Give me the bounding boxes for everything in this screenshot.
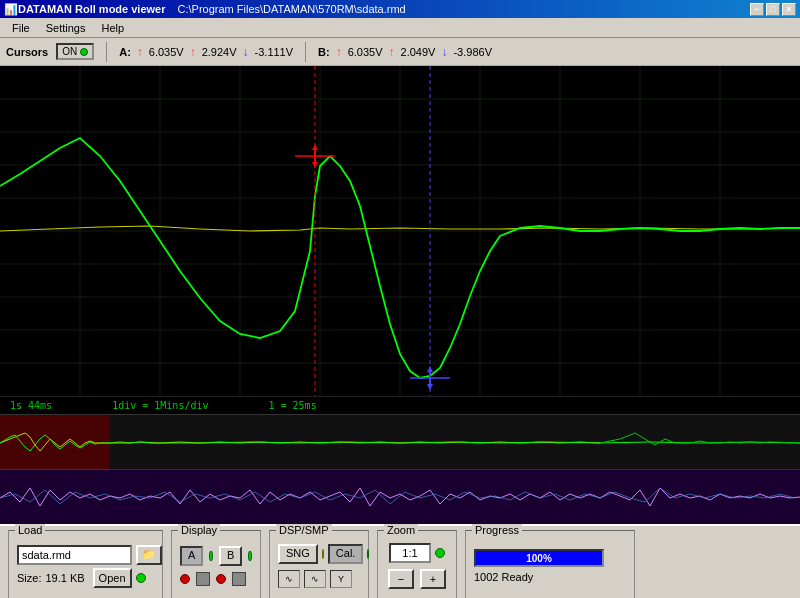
progress-bar-container: 100% bbox=[474, 549, 604, 567]
channel-b-button[interactable]: B bbox=[219, 546, 242, 566]
mini-purple-svg bbox=[0, 470, 800, 524]
scope-grid-svg bbox=[0, 66, 800, 396]
zoom-plus-icon: + bbox=[430, 573, 436, 585]
cursor-a-y2-down-icon: ↓ bbox=[243, 45, 249, 59]
display-group: Display A B bbox=[171, 530, 261, 598]
size-value: 19.1 KB bbox=[45, 572, 84, 584]
maximize-button[interactable]: □ bbox=[766, 3, 780, 16]
zoom-title: Zoom bbox=[384, 524, 418, 536]
cal-label: Cal. bbox=[336, 547, 356, 559]
menu-settings[interactable]: Settings bbox=[38, 20, 94, 36]
mini-purple-overview[interactable] bbox=[0, 469, 800, 524]
scope-info-bar: 1s 44ms 1div = 1Mins/div 1 = 25ms bbox=[0, 396, 800, 414]
cursor-b-section: B: ↑ 6.035V ↑ 2.049V ↓ -3.986V bbox=[318, 45, 492, 59]
cal-button[interactable]: Cal. bbox=[328, 544, 364, 564]
open-button[interactable]: Open bbox=[93, 568, 132, 588]
menu-help[interactable]: Help bbox=[93, 20, 132, 36]
title-bar: 📊 DATAMAN Roll mode viewer C:\Program Fi… bbox=[0, 0, 800, 18]
zoom-buttons-row: − + bbox=[386, 569, 448, 589]
dsp-row-1: SNG Cal. bbox=[278, 544, 360, 564]
dsp-group: DSP/SMP SNG Cal. ∿ ∿ Y bbox=[269, 530, 369, 598]
cursor-a-x-value: 6.035V bbox=[149, 46, 184, 58]
cursor-b-y2-value: -3.986V bbox=[453, 46, 492, 58]
dsp-row-2: ∿ ∿ Y bbox=[278, 570, 360, 588]
window-controls: − □ × bbox=[750, 3, 796, 16]
minimize-button[interactable]: − bbox=[750, 3, 764, 16]
cursor-b-y2-down-icon: ↓ bbox=[441, 45, 447, 59]
cursor-on-led bbox=[80, 48, 88, 56]
menu-file[interactable]: File bbox=[4, 20, 38, 36]
close-button[interactable]: × bbox=[782, 3, 796, 16]
cursor-a-y2-value: -3.111V bbox=[255, 46, 294, 58]
cursor-a-section: A: ↑ 6.035V ↑ 2.924V ↓ -3.111V bbox=[119, 45, 293, 59]
divider-2 bbox=[305, 42, 306, 62]
display-row-1: A B bbox=[180, 546, 252, 566]
filename-input[interactable] bbox=[17, 545, 132, 565]
file-path: C:\Program Files\DATAMAN\570RM\sdata.rmd bbox=[178, 3, 406, 15]
cursor-toolbar: Cursors ON A: ↑ 6.035V ↑ 2.924V ↓ -3.111… bbox=[0, 38, 800, 66]
mini-overview-svg bbox=[0, 415, 800, 469]
progress-percent: 100% bbox=[526, 553, 552, 564]
display-led-3 bbox=[216, 574, 226, 584]
zoom-minus-button[interactable]: − bbox=[388, 569, 414, 589]
dsp-icon-1[interactable]: ∿ bbox=[278, 570, 300, 588]
cursor-a-label: A: bbox=[119, 46, 131, 58]
cursor-on-button[interactable]: ON bbox=[56, 43, 94, 60]
dsp-icon-2[interactable]: ∿ bbox=[304, 570, 326, 588]
cursor-b-y1-up-icon: ↑ bbox=[389, 45, 395, 59]
channel-b-label: B bbox=[227, 549, 234, 561]
status-text: Ready bbox=[502, 571, 534, 583]
cal-led bbox=[367, 549, 369, 559]
cursor-a-y1-value: 2.924V bbox=[202, 46, 237, 58]
cursor-on-label: ON bbox=[62, 46, 77, 57]
cursor-b-y1-value: 2.049V bbox=[401, 46, 436, 58]
load-title: Load bbox=[15, 524, 45, 536]
sng-button[interactable]: SNG bbox=[278, 544, 318, 564]
browse-button[interactable]: 📁 bbox=[136, 545, 162, 565]
cursors-label: Cursors bbox=[6, 46, 48, 58]
load-group: Load 📁 Size: 19.1 KB Open bbox=[8, 530, 163, 598]
load-row-1: 📁 bbox=[17, 545, 154, 565]
display-title: Display bbox=[178, 524, 220, 536]
divider-1 bbox=[106, 42, 107, 62]
zoom-row bbox=[386, 543, 448, 563]
open-led bbox=[136, 573, 146, 583]
channel-a-button[interactable]: A bbox=[180, 546, 203, 566]
cursor-b-label: B: bbox=[318, 46, 330, 58]
display-row-2 bbox=[180, 572, 252, 586]
time-per-div: 1div = 1Mins/div bbox=[112, 400, 208, 411]
time-position: 1s 44ms bbox=[10, 400, 52, 411]
cursor-a-y1-up-icon: ↑ bbox=[190, 45, 196, 59]
app-icon: 📊 bbox=[4, 3, 18, 16]
zoom-group: Zoom − + bbox=[377, 530, 457, 598]
cursor-time: 1 = 25ms bbox=[268, 400, 316, 411]
menu-bar: File Settings Help bbox=[0, 18, 800, 38]
cursor-b-up-icon: ↑ bbox=[336, 45, 342, 59]
sng-label: SNG bbox=[286, 547, 310, 559]
progress-group: Progress 100% 1002 Ready bbox=[465, 530, 635, 598]
sng-led bbox=[322, 549, 324, 559]
app-title: DATAMAN Roll mode viewer bbox=[18, 3, 166, 15]
progress-bar-fill: 100% bbox=[476, 551, 602, 565]
channel-a-label: A bbox=[188, 549, 195, 561]
progress-status-row: 1002 Ready bbox=[474, 571, 626, 583]
open-label: Open bbox=[99, 572, 126, 584]
cursor-b-x-value: 6.035V bbox=[348, 46, 383, 58]
size-label: Size: bbox=[17, 572, 41, 584]
size-row: Size: 19.1 KB Open bbox=[17, 568, 154, 588]
channel-a-led bbox=[209, 551, 213, 561]
status-code: 1002 bbox=[474, 571, 498, 583]
scope-display[interactable] bbox=[0, 66, 800, 396]
channel-b-led bbox=[248, 551, 252, 561]
display-btn-4[interactable] bbox=[232, 572, 246, 586]
progress-title: Progress bbox=[472, 524, 522, 536]
display-btn-2[interactable] bbox=[196, 572, 210, 586]
dsp-icon-3[interactable]: Y bbox=[330, 570, 352, 588]
zoom-minus-icon: − bbox=[398, 573, 404, 585]
browse-icon: 📁 bbox=[142, 548, 156, 561]
mini-overview[interactable] bbox=[0, 414, 800, 469]
zoom-plus-button[interactable]: + bbox=[420, 569, 446, 589]
cursor-a-up-icon: ↑ bbox=[137, 45, 143, 59]
zoom-value-input[interactable] bbox=[389, 543, 431, 563]
zoom-led bbox=[435, 548, 445, 558]
